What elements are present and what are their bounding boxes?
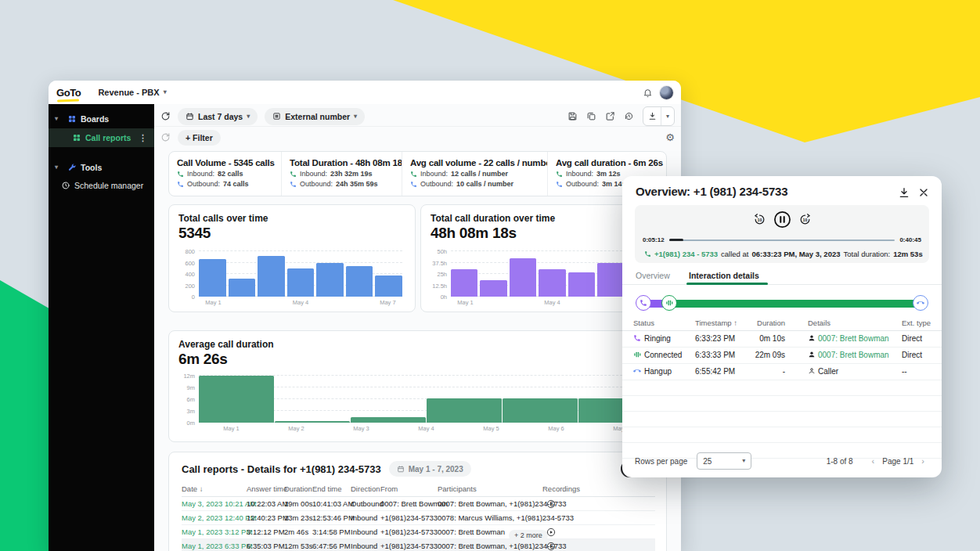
tab-overview[interactable]: Overview xyxy=(636,271,670,280)
workspace-selector[interactable]: Revenue - PBX▾ xyxy=(98,88,166,97)
timeline-segment-connected xyxy=(670,300,921,308)
dimension-filter[interactable]: External number ▾ xyxy=(265,108,365,125)
progress-bar[interactable] xyxy=(669,239,895,242)
bar-may-1 xyxy=(199,376,274,423)
table-row[interactable]: May 1, 2023 6:33 PM6:35:03 PM12m 53s6:47… xyxy=(182,539,655,551)
interaction-row[interactable]: Hangup6:55:42 PM-Caller-- xyxy=(622,364,942,380)
participants: 0078: Marcus Williams, +1(981)234-5733 xyxy=(438,513,574,522)
kpi-card: Avg call volume - 22 calls / numberInbou… xyxy=(402,152,547,196)
close-icon[interactable] xyxy=(917,186,930,199)
download-icon[interactable] xyxy=(898,186,910,199)
sidebar-item-schedule-manager[interactable]: Schedule manager xyxy=(49,177,154,194)
ringing-icon[interactable] xyxy=(636,295,651,311)
y-axis-tick: 3m xyxy=(187,408,195,415)
date-link[interactable]: May 3, 2023 10:21 AM xyxy=(182,499,256,508)
bell-icon[interactable] xyxy=(643,88,653,98)
kpi-inbound-line: Inbound: 23h 32m 19s xyxy=(290,170,395,178)
table-row[interactable]: May 1, 2023 3:12 PM3:12:12 PM2m 46s3:14:… xyxy=(182,525,655,539)
forward-10-icon[interactable]: 10 xyxy=(798,213,812,226)
app-top-bar: GoTo Revenue - PBX▾ xyxy=(49,81,681,105)
phone-outbound-icon xyxy=(410,181,417,188)
export-icon[interactable] xyxy=(605,111,615,121)
sidebar-group-label: Tools xyxy=(81,163,102,172)
avatar[interactable] xyxy=(660,86,673,99)
connected-icon[interactable] xyxy=(661,295,677,311)
sidebar-group-tools[interactable]: ▾ Tools xyxy=(49,159,154,176)
next-page-button[interactable]: › xyxy=(917,456,929,466)
column-header-timestamp[interactable]: Timestamp ↑ xyxy=(695,319,737,327)
status-label: Connected xyxy=(644,351,682,359)
x-axis-tick: May 2 xyxy=(288,425,304,432)
y-axis-tick: 0m xyxy=(187,420,195,427)
phone-outbound-icon xyxy=(177,181,184,188)
ext-type: -- xyxy=(902,367,907,376)
kpi-line-value: 23h 32m 19s xyxy=(330,170,373,178)
download-icon[interactable] xyxy=(643,107,661,125)
interaction-timeline xyxy=(622,294,942,314)
kpi-title: Call Volume - 5345 calls xyxy=(177,158,275,167)
rows-per-page-select[interactable]: 25 ▾ xyxy=(697,452,751,470)
table-row[interactable]: May 2, 2023 12:40 PM12:40:23 PM13m 23s12… xyxy=(182,511,655,525)
play-recording-button[interactable] xyxy=(546,528,556,537)
chart-big-number: 5345 xyxy=(178,225,405,242)
sidebar-group-boards[interactable]: ▾ Boards xyxy=(49,110,154,128)
hangup-icon xyxy=(633,367,641,375)
wrench-icon xyxy=(67,163,77,172)
copy-icon[interactable] xyxy=(586,111,596,121)
y-axis-tick: 9m xyxy=(187,384,195,391)
column-header-end-time: End time xyxy=(312,484,342,493)
caller-number-link[interactable]: +1(981) 234 - 5733 xyxy=(654,250,718,258)
from: +1(981)234-5733 xyxy=(380,513,438,522)
person-icon xyxy=(808,367,816,375)
bar-may-6 xyxy=(346,266,373,297)
bar-may-3 xyxy=(258,256,285,297)
hangup-icon[interactable] xyxy=(913,295,928,311)
bar-may-5 xyxy=(568,272,595,297)
empty-row xyxy=(622,427,942,443)
kpi-line-label: Inbound: xyxy=(566,170,593,178)
date-range-filter[interactable]: Last 7 days ▾ xyxy=(178,108,258,125)
refresh-icon[interactable] xyxy=(160,132,171,142)
kebab-menu-icon[interactable]: ⋮ xyxy=(139,133,147,143)
interaction-row[interactable]: Connected6:33:33 PM22m 09s0007: Brett Bo… xyxy=(622,348,942,364)
person-icon xyxy=(808,351,816,358)
details-link[interactable]: 0007: Brett Bowman xyxy=(818,351,889,359)
rewind-10-icon[interactable]: 10 xyxy=(753,213,766,226)
gear-icon[interactable]: ⚙ xyxy=(665,131,675,143)
direction: Inbound xyxy=(351,542,377,550)
date-range-badge[interactable]: May 1 - 7, 2023 xyxy=(389,461,471,477)
kpi-line-value: 24h 35m 59s xyxy=(336,180,378,188)
grid-icon xyxy=(72,133,81,142)
date-link[interactable]: May 1, 2023 6:33 PM xyxy=(182,542,252,550)
duration: 2m 46s xyxy=(284,528,308,536)
add-filter-button[interactable]: + Filter xyxy=(178,130,221,146)
play-recording-button[interactable] xyxy=(546,499,556,509)
refresh-icon[interactable] xyxy=(160,111,171,121)
x-axis-tick: May 1 xyxy=(457,299,473,306)
date-link[interactable]: May 2, 2023 12:40 PM xyxy=(182,513,257,522)
chevron-down-icon: ▾ xyxy=(354,113,357,120)
pause-icon[interactable] xyxy=(773,211,791,229)
play-recording-button[interactable] xyxy=(546,542,556,551)
date-link[interactable]: May 1, 2023 3:12 PM xyxy=(182,528,252,536)
previous-page-button[interactable]: ‹ xyxy=(867,456,880,466)
tab-interaction-details[interactable]: Interaction details xyxy=(689,271,759,280)
column-header-recordings: Recordings xyxy=(542,484,580,493)
bar-may-4 xyxy=(427,398,502,423)
answer-time: 6:35:03 PM xyxy=(247,542,285,550)
ext-type: Direct xyxy=(902,351,922,359)
details-link[interactable]: 0007: Brett Bowman xyxy=(818,334,889,343)
chart-card-average-duration: Average call duration 6m 26s 0m3m6m9m12m… xyxy=(168,330,667,442)
interaction-row[interactable]: Ringing6:33:23 PM0m 10s0007: Brett Bowma… xyxy=(622,331,942,348)
y-axis-tick: 12m xyxy=(183,373,195,380)
chevron-down-icon[interactable]: ▾ xyxy=(661,107,674,125)
phone-outbound-icon xyxy=(290,181,297,188)
sidebar-item-call-reports[interactable]: Call reports ⋮ xyxy=(49,128,154,147)
column-header-date[interactable]: Date ↓ xyxy=(182,484,203,493)
chevron-down-icon: ▾ xyxy=(55,116,63,122)
empty-row xyxy=(622,412,942,427)
history-icon[interactable] xyxy=(624,111,634,121)
chart-title: Average call duration xyxy=(178,339,657,350)
save-icon[interactable] xyxy=(567,111,578,121)
table-row[interactable]: May 3, 2023 10:21 AM10:22:03 AM19m 00s10… xyxy=(182,497,655,511)
